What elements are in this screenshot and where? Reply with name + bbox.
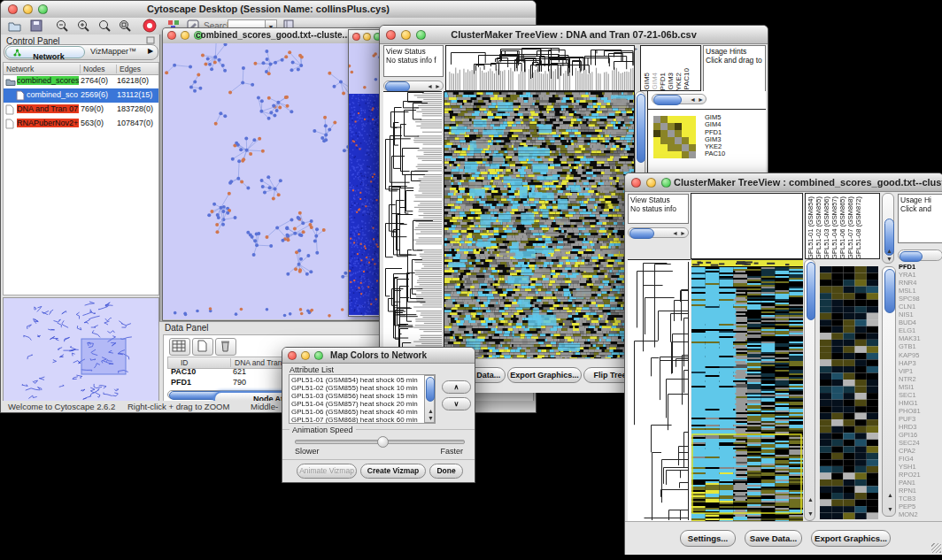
attribute-item[interactable]: GPL51-03 (GSM856) heat shock 15 min [291,392,424,400]
zoom-button[interactable] [661,178,671,188]
gene-label[interactable]: CLN1 [899,303,942,311]
gene-label[interactable]: YRA1 [899,271,942,279]
col-network[interactable]: Network [6,65,79,73]
map-dialog-titlebar[interactable]: Map Colors to Network [282,348,475,364]
treeview2-status-scrollbar[interactable]: ◄ ► [628,227,689,238]
zoom-out-icon[interactable] [56,19,69,33]
save-icon[interactable] [30,19,42,32]
treeview2-usage-scrollbar[interactable] [898,249,942,261]
main-titlebar[interactable]: Cytoscape Desktop (Session Name: collins… [1,1,536,19]
animation-speed-slider[interactable] [295,440,465,444]
attribute-item[interactable]: GPL51-04 (GSM857) heat shock 20 min [291,400,424,408]
gene-label[interactable]: BUD4 [899,318,942,326]
col-edges[interactable]: Edges [116,65,159,73]
gene-label[interactable]: RPN1 [899,487,942,495]
gene-label[interactable]: HMG1 [899,399,942,407]
magnifier-icon[interactable] [98,19,112,33]
scroll-down-icon[interactable]: ▼ [886,256,892,262]
birdseye-view[interactable] [3,297,159,404]
gene-label[interactable]: GTB1 [899,342,942,350]
done-button[interactable]: Done [429,464,463,479]
network-row-rnapuber[interactable]: RNAPuberNov2+| 563(0) 107847(0) [4,117,158,131]
save-data-button[interactable]: Save Data... [745,530,802,547]
tab-overflow-button[interactable]: ▶ [144,45,157,58]
gene-label[interactable]: RPO21 [899,471,942,479]
gene-label[interactable]: PAN1 [899,479,942,487]
move-up-button[interactable]: ∧ [442,380,471,394]
gene-label[interactable]: HAP3 [899,359,942,367]
minimize-button[interactable] [363,33,371,41]
scroll-right-icon[interactable]: ► [435,83,441,89]
gene-label[interactable]: FIG4 [899,455,942,463]
attribute-item[interactable]: GPL51-02 (GSM855) heat shock 10 min [291,384,424,392]
tab-vizmapper[interactable]: VizMapper™ [86,45,141,58]
gene-label[interactable]: PFD1 [899,263,942,271]
treeview2-zoom-heatmap[interactable] [820,266,878,519]
col-id[interactable]: ID [181,358,220,367]
gene-label[interactable]: NTR2 [899,375,942,383]
scroll-down-icon[interactable]: ▼ [428,415,434,421]
network-row-combined-sco-selected[interactable]: combined_sco 2569(6) 13112(15) [4,88,158,103]
attribute-list-scrollbar[interactable]: ▲ ▼ [424,375,435,423]
treeview1-status-scrollbar[interactable]: ◄ ► [383,81,444,91]
minimize-button[interactable] [646,178,656,188]
scroll-right-icon[interactable]: ► [680,230,686,236]
treeview2-heatmap-vscrollbar[interactable]: ▲ ▼ [804,259,815,521]
scroll-down-icon[interactable]: ▼ [887,506,893,512]
gene-label[interactable]: RNR4 [899,279,942,287]
scroll-left-icon[interactable]: ◄ [427,83,433,89]
resize-grip[interactable] [931,543,941,553]
gene-label[interactable]: MSI1 [899,383,942,391]
close-button[interactable] [352,33,360,41]
scroll-up-icon[interactable]: ▲ [807,496,814,502]
gene-label[interactable]: HRD3 [899,423,942,431]
attribute-item[interactable]: GPL51-07 (GSM868) heat shock 60 min [291,416,424,424]
export-graphics-button[interactable]: Export Graphics... [507,367,582,383]
scroll-left-icon[interactable]: ◄ [672,230,678,236]
help-lifering-icon[interactable] [143,19,157,33]
close-button[interactable] [631,178,641,188]
open-file-icon[interactable] [8,19,21,32]
zoom-in-icon[interactable] [77,19,90,33]
float-panel-icon[interactable] [146,36,155,44]
tab-network[interactable]: Network [5,46,85,58]
treeview1-titlebar[interactable]: ClusterMaker TreeView : DNA and Tran 07-… [380,26,768,44]
treeview1-heatmap[interactable] [444,91,635,360]
treeview1-row-dendrogram[interactable] [383,91,442,359]
treeview2-column-dendrogram[interactable] [691,193,803,259]
gene-label[interactable]: SEC1 [899,391,942,399]
gene-label[interactable]: VIP1 [899,367,942,375]
gene-label[interactable]: YSH1 [899,463,942,471]
gene-label[interactable]: CPA2 [899,447,942,455]
new-attribute-icon[interactable] [192,338,213,356]
gene-label[interactable]: SEC24 [899,439,942,447]
scroll-up-icon[interactable]: ▲ [886,248,892,254]
gene-label[interactable]: MSL1 [899,287,942,295]
treeview2-labels-vscrollbar[interactable]: ▲ ▼ [882,193,894,264]
treeview1-zoom-hscrollbar[interactable]: ◄ ► [652,94,706,104]
gene-label[interactable]: MAK31 [899,334,942,342]
treeview1-similarity-matrix[interactable] [653,116,696,158]
gene-label[interactable]: MON2 [899,510,942,518]
scroll-up-icon[interactable]: ▲ [428,408,434,414]
network-row-dna-tran[interactable]: DNA and Tran 07 769(0) 183728(0) [4,103,158,117]
gene-label[interactable]: PEP5 [899,502,942,510]
gene-label[interactable]: ELG1 [899,326,942,334]
treeview2-heatmap[interactable] [691,259,803,522]
gene-label[interactable]: KAP95 [899,351,942,359]
attribute-table-icon[interactable] [169,338,190,356]
attribute-listbox[interactable]: GPL51-01 (GSM854) heat shock 05 minGPL51… [289,374,436,424]
treeview2-zoom-vscrollbar[interactable]: ▲ ▼ [882,266,896,517]
zoom-selected-icon[interactable] [119,19,132,33]
treeview1-column-dendrogram[interactable] [445,45,635,91]
gene-label[interactable]: PHO81 [899,407,942,415]
create-vizmap-button[interactable]: Create Vizmap [360,464,426,479]
network-row-combined-scores[interactable]: combined_scores 2764(0) 16218(0) [4,74,158,88]
scroll-right-icon[interactable]: ► [698,96,704,103]
gene-label[interactable]: PUF3 [899,415,942,423]
gene-label[interactable]: TCB3 [899,495,942,502]
gene-label[interactable]: SPC98 [899,295,942,303]
treeview2-row-dendrogram[interactable] [628,259,691,522]
scroll-left-icon[interactable]: ◄ [690,96,696,103]
attribute-item[interactable]: GPL51-06 (GSM865) heat shock 40 min [291,408,424,416]
